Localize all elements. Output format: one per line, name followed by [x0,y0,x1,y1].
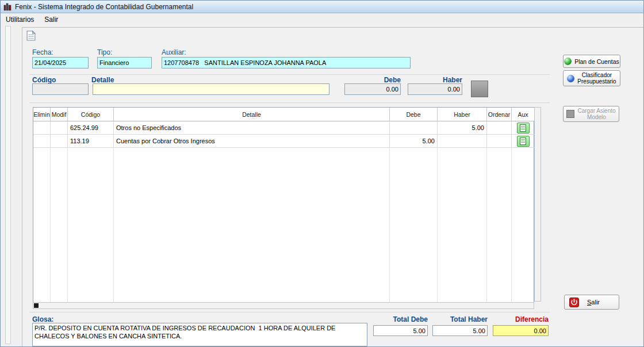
title-bar: Fenix - Sistema Integrado de Contabilida… [1,1,643,13]
col-header-elimin: Elimin [33,108,51,121]
modif-cell[interactable] [51,135,68,148]
col-header-aux: Aux [512,108,535,121]
col-header-modif: Modif [51,108,68,121]
clasificador-presupuestario-button[interactable]: Clasificador Presupuestario [563,70,620,86]
clasificador-label-line1: Clasificador [577,72,616,78]
glosa-textarea[interactable]: P/R. DEPOSITO EN CUENTA ROTATIVA DE INGR… [32,323,367,346]
detalle-cell: Cuentas por Cobrar Otros Ingresos [114,135,390,148]
total-debe-label: Total Debe [373,315,428,323]
detalle-cell: Otros no Especificados [114,121,390,135]
elimin-cell[interactable] [33,135,51,148]
grid-vertical-scrollbar[interactable] [534,107,541,302]
elimin-cell[interactable] [33,121,51,135]
ordenar-cell[interactable] [487,135,512,148]
app-window: Fenix - Sistema Integrado de Contabilida… [0,0,644,347]
codigo-cell: 113.19 [68,135,114,148]
fecha-input[interactable] [32,57,89,68]
salir-button[interactable]: Salir [564,295,619,310]
auxiliar-input[interactable] [162,57,411,68]
model-icon [566,110,574,118]
cargar-label-line1: Cargar Asiento [577,108,615,114]
separator [29,312,550,312]
separator [29,74,550,75]
cargar-asiento-modelo-button[interactable]: Cargar Asiento Modelo [563,106,619,122]
debe-cell: 5.00 [390,135,438,148]
new-document-icon[interactable] [26,30,36,43]
scrollbar-thumb[interactable] [34,303,39,308]
salir-button-label: Salir [587,299,600,306]
col-header-detalle: Detalle [114,108,390,121]
col-header-codigo: Código [68,108,114,121]
power-icon [569,298,579,307]
table-row[interactable]: 113.19 Cuentas por Cobrar Otros Ingresos… [33,135,534,148]
haber-cell: 5.00 [438,121,487,135]
fecha-label: Fecha: [32,48,53,56]
codigo-cell: 625.24.99 [68,121,114,135]
col-header-haber: Haber [438,108,487,121]
total-haber-input[interactable] [432,325,488,336]
glosa-label: Glosa: [32,315,53,323]
codigo-label: Código [32,76,56,84]
table-row[interactable]: 625.24.99 Otros no Especificados 5.00 [33,121,534,135]
app-icon [3,3,12,11]
debe-label: Debe [344,76,401,84]
tipo-input[interactable] [97,57,152,68]
auxiliar-label: Auxiliar: [162,48,186,56]
separator [29,102,550,103]
haber-input[interactable] [408,83,462,95]
menu-salir[interactable]: Salir [39,14,63,25]
total-debe-input[interactable] [373,325,428,336]
debe-cell [390,121,438,135]
aux-cell [512,135,535,148]
blue-sphere-icon [567,75,574,82]
total-haber-label: Total Haber [432,315,488,323]
green-sphere-icon [564,58,572,65]
debe-input[interactable] [344,83,401,95]
gray-square-button[interactable] [471,81,488,97]
tipo-label: Tipo: [97,48,112,56]
menu-utilitarios[interactable]: Utilitarios [1,14,39,25]
haber-label: Haber [408,76,462,84]
grid-empty-area [33,148,534,302]
grid-horizontal-scrollbar[interactable] [33,302,534,309]
plan-de-cuentas-button[interactable]: Plan de Cuentas [563,55,620,68]
window-title: Fenix - Sistema Integrado de Contabilida… [15,3,193,11]
clasificador-label-line2: Presupuestario [577,78,616,85]
cargar-label-line2: Modelo [577,114,615,120]
aux-button[interactable] [517,136,530,147]
aux-cell [512,121,535,135]
diferencia-input[interactable] [493,325,549,336]
haber-cell [438,135,487,148]
col-header-debe: Debe [390,108,438,121]
detalle-label: Detalle [91,76,114,84]
plan-de-cuentas-label: Plan de Cuentas [574,58,619,65]
entries-grid: Elimin Modif Código Detalle Debe Haber O… [33,107,534,303]
menu-bar: Utilitarios Salir [1,14,643,25]
col-header-ordenar: Ordenar [487,108,512,121]
grid-header-row: Elimin Modif Código Detalle Debe Haber O… [33,108,534,121]
codigo-input[interactable] [32,83,89,95]
left-scrollbar[interactable] [5,26,11,344]
detalle-input[interactable] [93,83,329,95]
diferencia-label: Diferencia [493,315,549,323]
ordenar-cell[interactable] [487,121,512,135]
modif-cell[interactable] [51,121,68,135]
aux-button[interactable] [517,123,530,134]
